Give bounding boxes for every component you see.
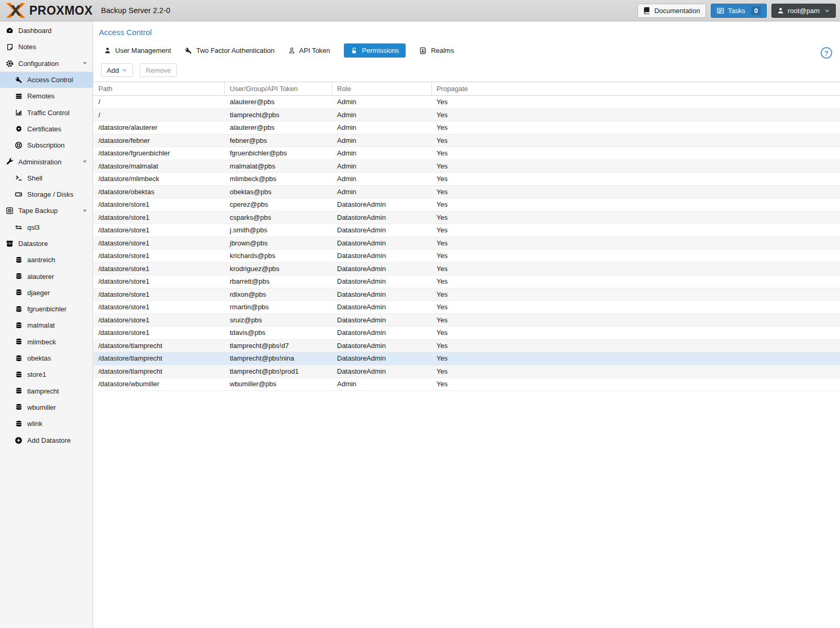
key-icon <box>185 47 192 54</box>
caret-down-icon[interactable] <box>82 159 87 164</box>
sidebar-item-shell[interactable]: Shell <box>0 170 93 186</box>
cell-user: tdavis@pbs <box>225 327 332 339</box>
caret-down-icon[interactable] <box>82 208 87 214</box>
cell-propagate: Yes <box>432 147 840 160</box>
tab-user-management[interactable]: User Management <box>104 43 171 58</box>
sidebar-item-wbumiller[interactable]: wbumiller <box>0 399 93 416</box>
cell-path: /datastore/store1 <box>94 288 225 301</box>
sidebar-item-traffic-control[interactable]: Traffic Control <box>0 104 93 120</box>
table-row[interactable]: /datastore/store1rdixon@pbsDatastoreAdmi… <box>94 288 840 301</box>
table-row[interactable]: /datastore/tlamprechttlamprecht@pbs!d7Da… <box>94 340 840 353</box>
tasks-button[interactable]: Tasks 0 <box>711 4 767 18</box>
sidebar-item-remotes[interactable]: Remotes <box>0 88 93 104</box>
column-header-role[interactable]: Role <box>332 82 432 95</box>
table-row[interactable]: /datastore/tlamprechttlamprecht@pbs!nina… <box>94 352 840 365</box>
column-header-path[interactable]: Path <box>94 82 225 95</box>
database-icon <box>14 289 24 296</box>
sidebar-item-fgruenbichler[interactable]: fgruenbichler <box>0 301 93 317</box>
user-icon <box>777 7 784 14</box>
sidebar-item-malmalat[interactable]: malmalat <box>0 317 93 333</box>
sidebar-item-mlimbeck[interactable]: mlimbeck <box>0 334 93 350</box>
sidebar-item-obektas[interactable]: obektas <box>0 350 93 366</box>
sidebar-item-tape-backup[interactable]: Tape Backup <box>0 203 93 219</box>
documentation-button[interactable]: Documentation <box>637 4 705 18</box>
table-row[interactable]: /alauterer@pbsAdminYes <box>94 96 840 109</box>
caret-down-icon[interactable] <box>82 61 87 66</box>
cell-user: csparks@pbs <box>225 211 332 224</box>
certificate-icon <box>14 125 24 132</box>
gears-icon <box>5 60 15 68</box>
sidebar-item-tlamprecht[interactable]: tlamprecht <box>0 383 93 399</box>
table-row[interactable]: /datastore/store1sruiz@pbsDatastoreAdmin… <box>94 314 840 327</box>
tab-label: Realms <box>431 47 454 54</box>
user-menu-button[interactable]: root@pam <box>771 4 836 18</box>
tab-permissions[interactable]: Permissions <box>344 43 406 58</box>
sidebar-item-label: Tape Backup <box>18 207 58 215</box>
cell-propagate: Yes <box>432 365 840 378</box>
tab-two-factor-authentication[interactable]: Two Factor Authentication <box>185 43 275 58</box>
table-row[interactable]: /datastore/store1cperez@pbsDatastoreAdmi… <box>94 198 840 211</box>
help-icon[interactable]: ? <box>821 47 832 59</box>
cell-user: fgruenbichler@pbs <box>225 147 332 160</box>
sidebar-item-add-datastore[interactable]: Add Datastore <box>0 432 93 448</box>
tab-api-token[interactable]: API Token <box>288 43 330 58</box>
sidebar-item-dashboard[interactable]: Dashboard <box>0 23 93 39</box>
sidebar-item-storage-disks[interactable]: Storage / Disks <box>0 186 93 203</box>
column-header-user-group-api-token[interactable]: User/Group/API Token <box>225 82 332 95</box>
remove-button[interactable]: Remove <box>140 63 176 77</box>
sidebar-item-label: Shell <box>27 174 42 182</box>
sidebar-item-store1[interactable]: store1 <box>0 366 93 383</box>
table-row[interactable]: /datastore/fgruenbichlerfgruenbichler@pb… <box>94 147 840 160</box>
table-row[interactable]: /datastore/store1rbarrett@pbsDatastoreAd… <box>94 275 840 288</box>
database-icon <box>14 355 24 362</box>
sidebar-item-access-control[interactable]: Access Control <box>0 72 93 88</box>
cell-path: /datastore/tlamprecht <box>94 352 225 365</box>
user-outline-icon <box>288 47 295 54</box>
cell-propagate: Yes <box>432 186 840 198</box>
tab-realms[interactable]: Realms <box>419 43 454 58</box>
sidebar-item-certificates[interactable]: Certificates <box>0 121 93 137</box>
cell-path: /datastore/mlimbeck <box>94 173 225 185</box>
chevron-down-icon <box>824 8 830 14</box>
exchange-icon <box>14 223 24 231</box>
table-row[interactable]: /datastore/store1jbrown@pbsDatastoreAdmi… <box>94 237 840 250</box>
add-button[interactable]: Add <box>101 63 133 77</box>
cell-role: DatastoreAdmin <box>332 211 432 224</box>
table-row[interactable]: /datastore/store1rmartin@pbsDatastoreAdm… <box>94 301 840 314</box>
sidebar-item-configuration[interactable]: Configuration <box>0 55 93 72</box>
table-row[interactable]: /tlamprecht@pbsAdminYes <box>94 109 840 122</box>
cell-role: Admin <box>332 160 432 173</box>
sidebar-item-administration[interactable]: Administration <box>0 153 93 170</box>
table-row[interactable]: /datastore/store1j.smith@pbsDatastoreAdm… <box>94 224 840 237</box>
table-row[interactable]: /datastore/store1krodriguez@pbsDatastore… <box>94 263 840 276</box>
sidebar-item-wlink[interactable]: wlink <box>0 416 93 432</box>
cell-propagate: Yes <box>432 352 840 365</box>
sidebar-item-djaeger[interactable]: djaeger <box>0 285 93 301</box>
table-row[interactable]: /datastore/obektasobektas@pbsAdminYes <box>94 186 840 199</box>
cell-user: rdixon@pbs <box>225 288 332 301</box>
column-header-propagate[interactable]: Propagate <box>432 82 840 95</box>
cell-user: cperez@pbs <box>225 198 332 211</box>
sidebar-item-label: aantreich <box>27 256 55 264</box>
cell-path: /datastore/store1 <box>94 250 225 262</box>
table-row[interactable]: /datastore/store1krichards@pbsDatastoreA… <box>94 250 840 263</box>
table-row[interactable]: /datastore/tlamprechttlamprecht@pbs!prod… <box>94 365 840 378</box>
table-row[interactable]: /datastore/store1tdavis@pbsDatastoreAdmi… <box>94 327 840 340</box>
table-row[interactable]: /datastore/mlimbeckmlimbeck@pbsAdminYes <box>94 173 840 186</box>
remove-button-label: Remove <box>145 66 171 74</box>
product-version: Backup Server 2.2-0 <box>101 6 170 15</box>
sidebar-item-notes[interactable]: Notes <box>0 39 93 55</box>
sidebar-item-datastore[interactable]: Datastore <box>0 236 93 252</box>
sidebar-item-qsl3[interactable]: qsl3 <box>0 219 93 236</box>
table-row[interactable]: /datastore/store1csparks@pbsDatastoreAdm… <box>94 211 840 225</box>
documentation-label: Documentation <box>654 7 700 15</box>
sidebar-item-aantreich[interactable]: aantreich <box>0 252 93 268</box>
table-row[interactable]: /datastore/wbumillerwbumiller@pbsAdminYe… <box>94 378 840 391</box>
sidebar-item-alauterer[interactable]: alauterer <box>0 268 93 284</box>
table-row[interactable]: /datastore/malmalatmalmalat@pbsAdminYes <box>94 160 840 173</box>
table-row[interactable]: /datastore/febnerfebner@pbsAdminYes <box>94 134 840 148</box>
cell-role: DatastoreAdmin <box>332 327 432 339</box>
database-icon <box>14 387 24 395</box>
sidebar-item-subscription[interactable]: Subscription <box>0 137 93 153</box>
table-row[interactable]: /datastore/alautereralauterer@pbsAdminYe… <box>94 121 840 134</box>
